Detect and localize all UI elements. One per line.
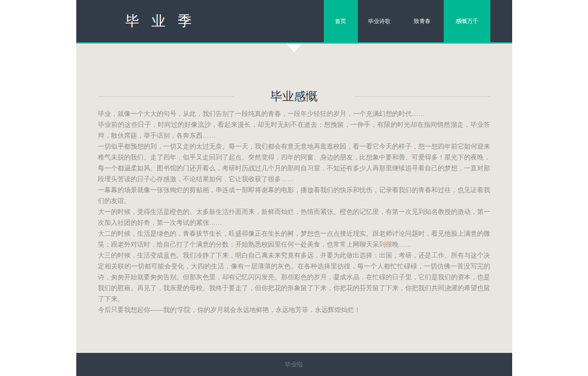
page-container: 毕 业 季 首页 毕业诗歌 致青春 感慨万千 毕业感慨 毕业，就像一个大大的句号… xyxy=(76,0,512,376)
page-title: 毕业感慨 xyxy=(271,88,318,104)
site-logo: 毕 业 季 xyxy=(126,0,196,42)
title-divider-left xyxy=(98,96,234,97)
main-content: 毕业感慨 毕业，就像一个大大的句号，从此，我们告别了一段纯真的青春，一段年少轻狂… xyxy=(76,44,512,353)
paragraph: 一幕幕的场景就像一张张绚烂的剪贴画，串连成一部即将谢幕的电影，播放着我们的快乐和… xyxy=(98,184,490,206)
footer-text: 毕业啦 xyxy=(285,361,303,369)
paragraph: 大二的时候，生活是绿色的，青春拔节生长，旺盛得像正在生长的树，梦想也一点点接近现… xyxy=(98,228,490,250)
nav-item-home[interactable]: 首页 xyxy=(324,0,358,42)
nav-item-many-feelings[interactable]: 感慨万千 xyxy=(444,0,490,42)
title-row: 毕业感慨 xyxy=(76,88,512,104)
main-nav: 首页 毕业诗歌 致青春 感慨万千 xyxy=(324,0,490,42)
header-pointer-triangle xyxy=(286,44,302,52)
nav-item-graduation-poems[interactable]: 毕业诗歌 xyxy=(358,0,401,42)
paragraph: 大三的时候，生活变成蓝色。我们冷静了下来，明白自己离未来究竟有多远，并要为此做出… xyxy=(98,250,490,304)
paragraph: 毕业前的这些日子，时间过的好像流沙，看起来漫长，却无时无刻不在逝去；想挽留，一伸… xyxy=(98,119,490,141)
paragraph: 今后只要我想起你——我的'学院，你的岁月就会永远地鲜艳，永远地芳菲，永远辉煌灿烂… xyxy=(98,304,490,315)
title-divider-right xyxy=(355,96,490,97)
article-body: 毕业，就像一个大大的句号，从此，我们告别了一段纯真的青春，一段年少轻狂的岁月，一… xyxy=(76,104,512,315)
site-footer: 毕业啦 xyxy=(76,353,512,376)
site-header: 毕 业 季 首页 毕业诗歌 致青春 感慨万千 xyxy=(76,0,512,44)
paragraph: 一切似乎都预想的到，一切又走的太过无奈。每一天，我们都会有意无意地再逛逛校园，看… xyxy=(98,141,490,184)
paragraph: 毕业，就像一个大大的句号，从此，我们告别了一段纯真的青春，一段年少轻狂的岁月，一… xyxy=(98,108,490,119)
paragraph: 大一的时候，觉得生活是橙色的。太多新生活扑面而来，新鲜而灿烂，热情而紧张。橙色的… xyxy=(98,206,490,228)
nav-item-to-youth[interactable]: 致青春 xyxy=(401,0,444,42)
